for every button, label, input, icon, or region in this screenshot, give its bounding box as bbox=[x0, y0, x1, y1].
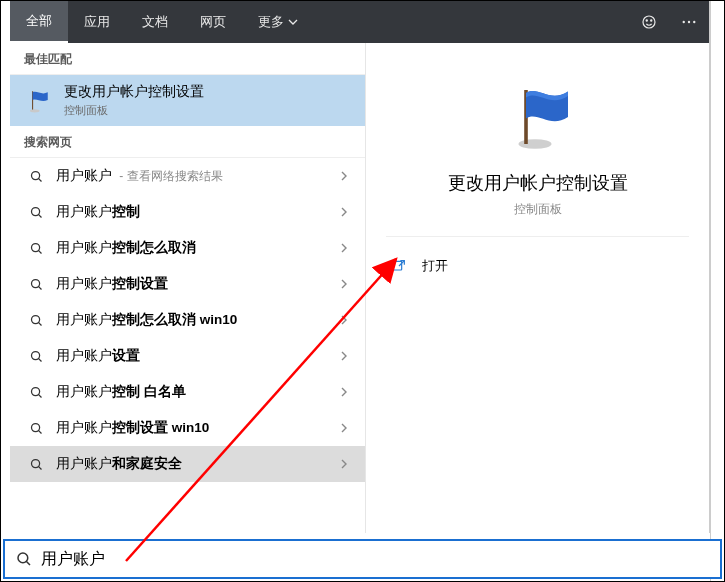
search-icon bbox=[26, 205, 46, 220]
search-icon bbox=[26, 349, 46, 364]
web-result-label: 用户账户控制 白名单 bbox=[56, 383, 333, 401]
search-icon bbox=[26, 277, 46, 292]
web-result-item[interactable]: 用户账户控制 bbox=[10, 194, 365, 230]
svg-line-23 bbox=[38, 430, 41, 433]
web-result-label: 用户账户控制 bbox=[56, 203, 333, 221]
svg-line-11 bbox=[38, 214, 41, 217]
tab-docs[interactable]: 文档 bbox=[126, 1, 184, 43]
search-input[interactable] bbox=[35, 546, 712, 572]
overflow-button[interactable] bbox=[669, 1, 709, 43]
web-result-label: 用户账户设置 bbox=[56, 347, 333, 365]
chevron-right-icon bbox=[333, 169, 355, 184]
chevron-right-icon bbox=[333, 457, 355, 472]
svg-point-5 bbox=[693, 21, 695, 23]
svg-point-3 bbox=[683, 21, 685, 23]
chevron-right-icon bbox=[333, 349, 355, 364]
chevron-right-icon bbox=[333, 385, 355, 400]
flag-icon bbox=[24, 87, 52, 115]
svg-line-30 bbox=[26, 561, 30, 565]
web-result-item[interactable]: 用户账户控制怎么取消 win10 bbox=[10, 302, 365, 338]
svg-line-9 bbox=[38, 178, 41, 181]
tab-more[interactable]: 更多 bbox=[242, 1, 314, 43]
search-icon bbox=[26, 385, 46, 400]
svg-point-7 bbox=[30, 109, 40, 112]
search-bar[interactable] bbox=[3, 539, 722, 579]
web-result-label: 用户账户 - 查看网络搜索结果 bbox=[56, 167, 333, 185]
detail-pane: 更改用户帐户控制设置 控制面板 打开 bbox=[366, 43, 709, 533]
tab-web[interactable]: 网页 bbox=[184, 1, 242, 43]
results-pane: 最佳匹配 更改用户帐户控制设置 控制面板 搜索网页 用户账户 - 查看网络搜索结… bbox=[10, 43, 366, 533]
svg-point-1 bbox=[646, 20, 647, 21]
section-best-match: 最佳匹配 bbox=[10, 43, 365, 75]
svg-line-25 bbox=[38, 466, 41, 469]
open-label: 打开 bbox=[422, 257, 448, 275]
search-icon bbox=[26, 421, 46, 436]
search-icon bbox=[26, 457, 46, 472]
search-icon bbox=[26, 169, 46, 184]
svg-line-21 bbox=[38, 394, 41, 397]
best-match-subtitle: 控制面板 bbox=[64, 103, 204, 118]
tab-all[interactable]: 全部 bbox=[10, 1, 68, 43]
web-result-label: 用户账户控制设置 bbox=[56, 275, 333, 293]
svg-rect-28 bbox=[393, 261, 402, 270]
svg-line-17 bbox=[38, 322, 41, 325]
best-match-title: 更改用户帐户控制设置 bbox=[64, 83, 204, 101]
svg-line-19 bbox=[38, 358, 41, 361]
search-icon bbox=[26, 241, 46, 256]
web-result-item[interactable]: 用户账户控制 白名单 bbox=[10, 374, 365, 410]
svg-point-4 bbox=[688, 21, 690, 23]
flag-icon bbox=[502, 81, 574, 153]
top-nav: 全部 应用 文档 网页 更多 bbox=[10, 1, 709, 43]
search-icon bbox=[13, 550, 35, 568]
web-result-label: 用户账户和家庭安全 bbox=[56, 455, 333, 473]
svg-point-26 bbox=[518, 139, 551, 149]
feedback-button[interactable] bbox=[629, 1, 669, 43]
chevron-right-icon bbox=[333, 241, 355, 256]
tab-more-label: 更多 bbox=[258, 13, 284, 31]
web-result-label: 用户账户控制怎么取消 bbox=[56, 239, 333, 257]
tab-apps[interactable]: 应用 bbox=[68, 1, 126, 43]
web-result-item[interactable]: 用户账户和家庭安全 bbox=[10, 446, 365, 482]
detail-title: 更改用户帐户控制设置 bbox=[386, 171, 689, 195]
chevron-right-icon bbox=[333, 205, 355, 220]
web-result-item[interactable]: 用户账户控制设置 bbox=[10, 266, 365, 302]
web-result-item[interactable]: 用户账户 - 查看网络搜索结果 bbox=[10, 158, 365, 194]
detail-hero-icon bbox=[386, 81, 689, 153]
web-result-item[interactable]: 用户账户控制设置 win10 bbox=[10, 410, 365, 446]
right-edge-strip bbox=[710, 1, 724, 581]
web-result-label: 用户账户控制设置 win10 bbox=[56, 419, 333, 437]
web-result-label: 用户账户控制怎么取消 win10 bbox=[56, 311, 333, 329]
svg-point-0 bbox=[643, 16, 655, 28]
chevron-right-icon bbox=[333, 313, 355, 328]
detail-subtitle: 控制面板 bbox=[386, 201, 689, 237]
section-web: 搜索网页 bbox=[10, 126, 365, 158]
chevron-right-icon bbox=[333, 421, 355, 436]
svg-line-15 bbox=[38, 286, 41, 289]
open-action[interactable]: 打开 bbox=[386, 237, 689, 295]
feedback-icon bbox=[640, 13, 658, 31]
search-icon bbox=[26, 313, 46, 328]
chevron-down-icon bbox=[288, 17, 298, 27]
web-result-item[interactable]: 用户账户控制怎么取消 bbox=[10, 230, 365, 266]
open-icon bbox=[390, 257, 408, 275]
chevron-right-icon bbox=[333, 277, 355, 292]
more-icon bbox=[680, 13, 698, 31]
svg-point-2 bbox=[651, 20, 652, 21]
svg-line-13 bbox=[38, 250, 41, 253]
best-match-item[interactable]: 更改用户帐户控制设置 控制面板 bbox=[10, 75, 365, 126]
web-result-item[interactable]: 用户账户设置 bbox=[10, 338, 365, 374]
